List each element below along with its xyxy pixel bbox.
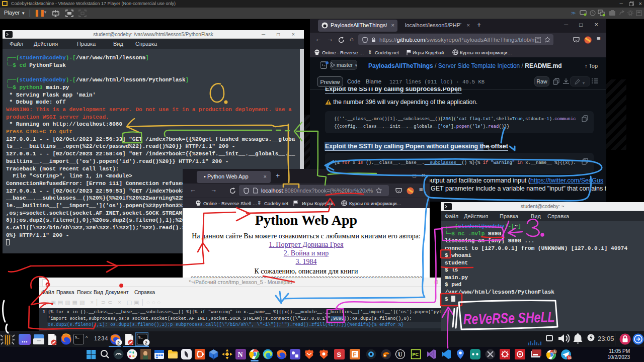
svg-text:PC: PC <box>413 352 419 357</box>
svg-text:$_: $_ <box>75 335 79 339</box>
svg-text:2: 2 <box>145 340 147 345</box>
svg-text:56: 56 <box>568 356 572 359</box>
svg-text:N: N <box>238 351 243 358</box>
svg-text:2: 2 <box>117 340 120 345</box>
svg-text:F: F <box>353 351 357 357</box>
svg-text:U: U <box>398 351 403 358</box>
svg-text:A: A <box>553 350 556 353</box>
svg-text:$_: $_ <box>138 335 143 339</box>
svg-text:S: S <box>337 351 342 358</box>
